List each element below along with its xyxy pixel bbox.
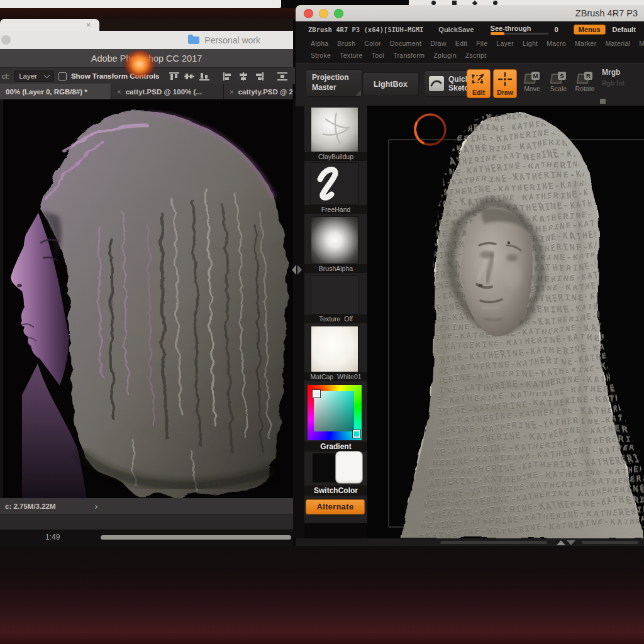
secondary-color-swatch[interactable] xyxy=(312,453,338,483)
distribute-icon[interactable] xyxy=(277,72,287,80)
align-right-icon[interactable] xyxy=(253,72,264,80)
menu-item-draw[interactable]: Draw xyxy=(430,40,447,47)
document-tab[interactable]: × cattyt.PSD @ 100% (... xyxy=(111,84,224,99)
photoshop-status-bar: c: 2.75M/3.22M › xyxy=(0,498,298,514)
nav-button[interactable] xyxy=(1,35,11,45)
color-selector[interactable] xyxy=(313,390,320,397)
brush-thumbnail[interactable] xyxy=(311,107,358,152)
draw-button[interactable]: Draw xyxy=(493,69,517,98)
align-left-icon[interactable] xyxy=(223,72,233,80)
zbrush-title-bar: ZBrush 4R7 P3 xyxy=(296,5,644,21)
alpha-thumbnail[interactable] xyxy=(311,216,358,264)
tab-label: 00% (Layer 0, RGB/8#) * xyxy=(6,88,87,96)
photoshop-canvas[interactable] xyxy=(0,99,296,498)
matcap-thumbnail[interactable] xyxy=(311,326,358,372)
tab-close-icon[interactable]: × xyxy=(230,88,234,96)
bookmark-personal-work[interactable]: Personal work xyxy=(188,35,260,45)
minimize-icon[interactable] xyxy=(319,9,328,18)
window-toolbar-icon xyxy=(431,1,436,5)
layer-dropdown[interactable]: Layer xyxy=(14,70,54,82)
menu-item-document[interactable]: Document xyxy=(390,40,421,47)
browser-tab[interactable]: × xyxy=(0,19,99,31)
show-transform-checkbox[interactable] xyxy=(58,72,67,80)
menu-item-zscript[interactable]: Zscript xyxy=(465,52,487,59)
zbrush-menu-bar: AlphaBrushColorDocumentDrawEditFileLayer… xyxy=(296,37,644,63)
edit-label: Edit xyxy=(472,89,485,96)
red-ring-reflection xyxy=(415,114,445,145)
align-horizontal-center-icon[interactable] xyxy=(238,72,248,80)
menu-item-stroke[interactable]: Stroke xyxy=(311,52,331,59)
switchcolor-button[interactable]: SwitchColor xyxy=(304,486,367,496)
move-button[interactable]: M Move xyxy=(519,72,545,92)
status-chevron-icon[interactable]: › xyxy=(95,501,98,511)
folder-icon xyxy=(188,36,199,44)
menu-item-edit[interactable]: Edit xyxy=(455,40,467,47)
projection-master-button[interactable]: Projection Master xyxy=(306,69,362,97)
pen-icon xyxy=(429,76,444,91)
align-vertical-center-icon[interactable] xyxy=(184,72,194,80)
zoom-icon[interactable] xyxy=(334,9,343,18)
menu-item-zplugin[interactable]: Zplugin xyxy=(433,52,457,59)
texture-thumbnail[interactable] xyxy=(311,275,358,314)
menus-button[interactable]: Menus xyxy=(574,25,606,35)
quicksave-button[interactable]: QuickSave xyxy=(438,26,474,33)
menu-item-transform[interactable]: Transform xyxy=(393,52,425,59)
bookmark-label: Personal work xyxy=(204,35,260,45)
zbrush-shelf: Projection Master LightBox Quick Sketch … xyxy=(296,63,644,106)
tab-close-icon[interactable]: × xyxy=(117,88,121,96)
color-selector[interactable] xyxy=(353,430,360,438)
menu-item-marker[interactable]: Marker xyxy=(575,40,596,47)
bottom-strip: 1:49 xyxy=(0,530,293,546)
menu-item-mov[interactable]: Mov xyxy=(639,40,644,47)
slider-handle[interactable] xyxy=(600,99,606,104)
slider-track[interactable] xyxy=(491,33,548,35)
menu-item-material[interactable]: Material xyxy=(606,40,631,47)
align-top-icon[interactable] xyxy=(169,72,179,80)
horizontal-scrollbar-thumb[interactable] xyxy=(101,535,291,540)
move-gizmo-icon: M xyxy=(525,72,540,84)
menu-item-tool[interactable]: Tool xyxy=(372,52,384,59)
zbrush-menu-row-2: StrokeTextureToolTransformZpluginZscript xyxy=(311,49,644,61)
default-menu-label[interactable]: Default xyxy=(613,26,636,33)
crosshair-icon xyxy=(497,72,513,86)
desk-surface xyxy=(0,546,644,644)
tray-close-arrow-icon[interactable] xyxy=(567,540,575,545)
zbrush-top-bar: ZBrush 4R7 P3 (x64)[SIUH-MGMI QuickSave … xyxy=(296,21,644,37)
menu-item-brush[interactable]: Brush xyxy=(337,40,355,47)
zbrush-canvas[interactable]: ERINE-KATHERINE-KATHERINE-KATHERINE-KATH… xyxy=(367,106,644,538)
photoshop-document-tabs: 00% (Layer 0, RGB/8#) * × cattyt.PSD @ 1… xyxy=(0,84,293,99)
tab-close-icon[interactable]: × xyxy=(86,21,91,30)
tray-open-arrow-icon[interactable] xyxy=(557,540,565,545)
document-tab-active[interactable]: 00% (Layer 0, RGB/8#) * xyxy=(0,84,111,99)
mrgb-button[interactable]: Mrgb xyxy=(602,68,620,77)
tray-collapse-handle[interactable] xyxy=(291,263,303,277)
primary-color-swatch[interactable] xyxy=(336,452,362,483)
scrollbar-track[interactable] xyxy=(0,514,293,530)
close-icon[interactable] xyxy=(304,9,313,18)
menu-item-macro[interactable]: Macro xyxy=(547,40,566,47)
alternate-button[interactable]: Alternate xyxy=(306,499,365,514)
menu-item-color[interactable]: Color xyxy=(364,40,381,47)
menu-item-alpha[interactable]: Alpha xyxy=(311,40,328,47)
rotate-button[interactable]: R Rotate xyxy=(572,72,597,92)
draw-label: Draw xyxy=(497,89,513,96)
menu-item-layer[interactable]: Layer xyxy=(496,40,514,47)
menu-item-texture[interactable]: Texture xyxy=(340,52,363,59)
window-gap xyxy=(293,99,304,538)
stroke-thumbnail[interactable] xyxy=(311,162,358,205)
document-tab[interactable]: × cattyty.PSD @ 200% xyxy=(224,84,293,99)
timeline-time: 1:49 xyxy=(45,533,60,541)
rgb-intensity-label: Rgb Int xyxy=(602,79,625,87)
gradient-label[interactable]: Gradient xyxy=(304,441,367,452)
doc-size-label: c: 2.75M/3.22M xyxy=(5,502,56,510)
edit-button[interactable]: Edit xyxy=(467,69,491,98)
move-label: Move xyxy=(524,85,540,92)
align-bottom-icon[interactable] xyxy=(199,72,209,80)
menu-item-file[interactable]: File xyxy=(476,40,487,47)
lightbox-button[interactable]: LightBox xyxy=(362,72,419,96)
see-through-slider[interactable]: See-through xyxy=(491,25,548,35)
color-picker[interactable] xyxy=(308,385,362,440)
rotate-label: Rotate xyxy=(575,85,595,92)
scale-button[interactable]: S Scale xyxy=(546,72,571,92)
menu-item-light[interactable]: Light xyxy=(523,40,538,47)
